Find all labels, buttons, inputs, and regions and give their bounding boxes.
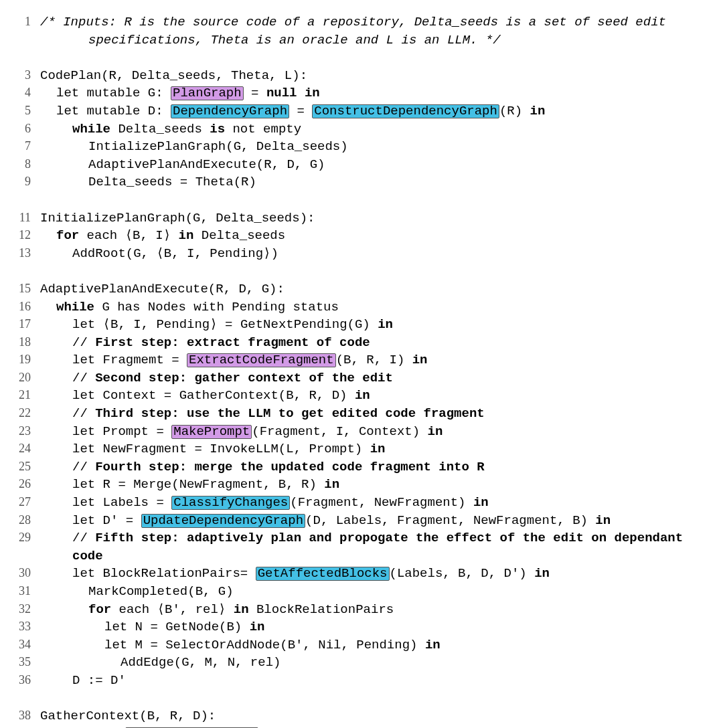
- code-content: // Second step: gather context of the ed…: [40, 369, 696, 387]
- code-content: for each ⟨B, I⟩ in Delta_seeds: [40, 227, 696, 245]
- keyword: is: [210, 122, 225, 136]
- code-line: 31MarkCompleted(B, G): [7, 583, 696, 601]
- orchid-highlight: MakePrompt: [171, 425, 252, 439]
- code-line: 32for each ⟨B', rel⟩ in BlockRelationPai…: [7, 601, 696, 619]
- keyword: in: [530, 104, 546, 118]
- code-line: 6while Delta_seeds is not empty: [7, 120, 696, 139]
- code-line: 20// Second step: gather context of the …: [7, 369, 696, 387]
- line-number: 39: [7, 725, 40, 728]
- code-line: 15AdaptivePlanAndExecute(R, D, G):: [7, 280, 696, 298]
- code-content: IntializePlanGraph(G, Delta_seeds): [40, 138, 696, 156]
- line-number: 21: [7, 387, 40, 405]
- code-text: IntializePlanGraph(G, Delta_seeds): [88, 139, 348, 154]
- code-line: [7, 262, 696, 280]
- code-listing: 1/* Inputs: R is the source code of a re…: [7, 13, 696, 728]
- code-text: let N = GetNode(B): [104, 620, 250, 634]
- line-number: 34: [7, 636, 40, 654]
- line-number: 7: [7, 138, 40, 156]
- code-content: let NewFragment = InvokeLLM(L, Prompt) i…: [40, 440, 696, 458]
- code-text: AddRoot(G, ⟨B, I, Pending⟩): [72, 246, 278, 261]
- code-text: let mutable G:: [56, 86, 171, 100]
- keyword: Fourth step: merge the updated code frag…: [95, 460, 485, 474]
- keyword: in: [355, 388, 370, 403]
- code-line: 17let ⟨B, I, Pending⟩ = GetNextPending(G…: [7, 316, 696, 334]
- line-number: 13: [7, 245, 40, 263]
- code-content: while G has Nodes with Pending status: [40, 298, 696, 316]
- code-content: let Fragmemt = ExtractCodeFragment(B, R,…: [40, 351, 696, 369]
- keyword: in: [324, 477, 339, 492]
- code-line: 24let NewFragment = InvokeLLM(L, Prompt)…: [7, 440, 696, 458]
- line-number: [7, 690, 40, 708]
- code-content: [40, 191, 696, 209]
- code-line: 9Delta_seeds = Theta(R): [7, 173, 696, 191]
- keyword: in: [428, 424, 443, 439]
- line-number: 23: [7, 423, 40, 441]
- code-text: Delta_seeds: [193, 228, 285, 243]
- line-number: 29: [7, 529, 40, 565]
- code-line: 29// Fifth step: adaptively plan and pro…: [7, 529, 696, 565]
- code-content: let Labels = ClassifyChanges(Fragment, N…: [40, 494, 696, 512]
- keyword: for: [56, 228, 79, 243]
- cyan-highlight: UpdateDependencyGraph: [141, 514, 305, 528]
- code-text: let ⟨B, I, Pending⟩ = GetNextPending(G): [72, 317, 378, 332]
- line-number: [7, 262, 40, 280]
- code-content: GatherContext(B, R, D):: [40, 707, 696, 725]
- line-number: 24: [7, 440, 40, 458]
- code-content: D := D': [40, 672, 696, 690]
- code-line: 18// First step: extract fragment of cod…: [7, 334, 696, 352]
- code-content: let SC = GetSpatialContext(B, R) in: [40, 725, 696, 728]
- keyword: in: [425, 638, 440, 652]
- code-content: [40, 49, 696, 67]
- code-text: MarkCompleted(B, G): [88, 584, 234, 599]
- code-line: 27let Labels = ClassifyChanges(Fragment,…: [7, 494, 696, 512]
- line-number: 19: [7, 351, 40, 369]
- code-line: 26let R = Merge(NewFragment, B, R) in: [7, 476, 696, 494]
- code-content: let BlockRelationPairs= GetAffectedBlock…: [40, 565, 696, 583]
- code-text: (Fragment, NewFragment): [290, 495, 473, 510]
- algorithm-figure: 1/* Inputs: R is the source code of a re…: [0, 0, 723, 728]
- line-number: 26: [7, 476, 40, 494]
- code-content: // Third step: use the LLM to get edited…: [40, 405, 696, 423]
- code-text: let mutable D:: [56, 104, 171, 118]
- keyword: null in: [266, 86, 320, 100]
- code-content: for each ⟨B', rel⟩ in BlockRelationPairs: [40, 601, 696, 619]
- cyan-highlight: ClassifyChanges: [171, 496, 290, 510]
- code-text: GatherContext(B, R, D):: [40, 709, 216, 723]
- code-line: 5let mutable D: DependencyGraph = Constr…: [7, 102, 696, 120]
- keyword: Third step: use the LLM to get edited co…: [95, 406, 485, 421]
- code-line: 12for each ⟨B, I⟩ in Delta_seeds: [7, 227, 696, 245]
- code-content: AdaptivePlanAndExecute(R, D, G):: [40, 280, 696, 298]
- cyan-highlight: GetAffectedBlocks: [256, 567, 390, 581]
- code-text: BlockRelationPairs: [249, 602, 394, 617]
- keyword: in: [250, 620, 265, 634]
- line-number: 33: [7, 618, 40, 636]
- code-content: [40, 690, 696, 708]
- code-line: 16while G has Nodes with Pending status: [7, 298, 696, 316]
- code-line: 30let BlockRelationPairs= GetAffectedBlo…: [7, 565, 696, 583]
- keyword: in: [412, 353, 428, 367]
- code-text: AdaptivePlanAndExecute(R, D, G):: [40, 282, 285, 296]
- line-number: 9: [7, 173, 40, 191]
- code-text: each ⟨B, I⟩: [79, 228, 178, 243]
- code-text: (Labels, B, D, D'): [390, 566, 535, 581]
- code-text: let M = SelectOrAddNode(B', Nil, Pending…: [104, 638, 425, 652]
- code-line: 25// Fourth step: merge the updated code…: [7, 458, 696, 476]
- keyword: in: [595, 513, 611, 528]
- line-number: 3: [7, 67, 40, 85]
- code-line: 33let N = GetNode(B) in: [7, 618, 696, 636]
- code-content: while Delta_seeds is not empty: [40, 120, 696, 139]
- code-line: 21let Context = GatherContext(B, R, D) i…: [7, 387, 696, 405]
- line-number: 4: [7, 84, 40, 102]
- code-content: specifications, Theta is an oracle and L…: [40, 31, 696, 50]
- code-content: // Fifth step: adaptively plan and propo…: [40, 529, 696, 565]
- keyword: Second step: gather context of the edit: [95, 371, 393, 385]
- code-text: //: [72, 460, 95, 474]
- line-number: 36: [7, 672, 40, 690]
- code-line: 38GatherContext(B, R, D):: [7, 707, 696, 725]
- keyword: while: [56, 300, 94, 314]
- code-text: let Fragmemt =: [72, 353, 187, 367]
- code-content: MarkCompleted(B, G): [40, 583, 696, 601]
- line-number: 6: [7, 120, 40, 139]
- line-number: 1: [7, 13, 40, 31]
- code-text: =: [244, 86, 266, 100]
